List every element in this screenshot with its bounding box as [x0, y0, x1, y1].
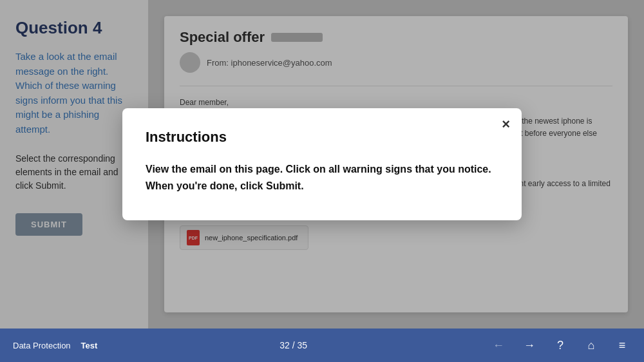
modal-body-text: View the email on this page. Click on al… — [146, 164, 491, 191]
home-button[interactable]: ⌂ — [582, 336, 600, 354]
modal-body: View the email on this page. Click on al… — [146, 161, 498, 194]
modal-close-button[interactable]: × — [502, 117, 510, 131]
instructions-modal: × Instructions View the email on this pa… — [122, 108, 522, 220]
forward-button[interactable]: → — [520, 336, 538, 354]
help-button[interactable]: ? — [551, 336, 569, 354]
test-label: Test — [81, 341, 98, 350]
progress-indicator: 32 / 35 — [97, 340, 489, 350]
bottom-nav: ← → ? ⌂ ≡ — [489, 336, 631, 354]
modal-overlay: × Instructions View the email on this pa… — [0, 0, 644, 329]
modal-title: Instructions — [146, 129, 498, 146]
menu-button[interactable]: ≡ — [613, 336, 631, 354]
back-button[interactable]: ← — [489, 336, 507, 354]
data-protection-label: Data Protection — [13, 341, 71, 350]
bottom-bar: Data Protection Test 32 / 35 ← → ? ⌂ ≡ — [0, 329, 644, 362]
